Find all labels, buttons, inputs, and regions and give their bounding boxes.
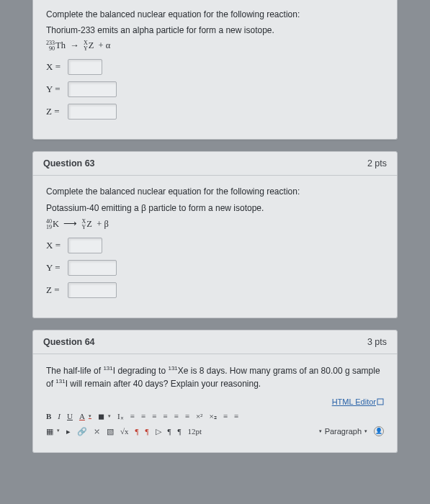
align-left-button[interactable]: ≡ [130,409,135,424]
q63-prompt-2: Potassium-40 emitting a β particle to fo… [46,202,384,214]
paragraph-select[interactable]: ▾ Paragraph ▾ [319,424,367,439]
subscript-button[interactable]: ×₂ [209,409,216,424]
pilcrow2-button[interactable]: ¶ [178,424,182,439]
question-63-header: Question 63 2 pts [32,151,398,176]
q63-prompt-1: Complete the balanced nuclear equation f… [46,186,384,197]
table-button[interactable]: ▦ [46,424,60,439]
q62-z-input[interactable] [68,104,117,120]
rtl-button[interactable]: ¶ [145,424,149,439]
bullet-list-button[interactable]: ≡ [223,409,228,424]
rich-text-toolbar: B I U A ◼ Iₓ ≡ ≡ ≡ ≡ ≡ ≡ ×² ×₂ ≡ ≡ ▦ ▸ 🔗 [46,409,384,439]
q62-x-input[interactable] [68,59,102,75]
question-62-card: Complete the balanced nuclear equation f… [32,0,398,140]
q62-x-label: X = [46,61,63,73]
image-button[interactable]: ▧ [107,424,114,439]
equation-button[interactable]: √x [120,424,129,439]
underline-button[interactable]: U [67,409,73,424]
link-button[interactable]: 🔗 [77,424,87,439]
question-63-points: 2 pts [367,158,387,168]
q63-y-input[interactable] [68,260,117,276]
html-editor-link[interactable]: HTML Editor [46,397,384,406]
pilcrow1-button[interactable]: ¶ [168,424,171,439]
media-button[interactable]: ▸ [66,424,71,439]
q63-y-label: Y = [46,262,63,274]
q63-x-input[interactable] [68,238,102,253]
q62-y-label: Y = [46,84,63,95]
question-62-body: Complete the balanced nuclear equation f… [33,0,397,139]
question-64-points: 3 pts [367,337,387,347]
q64-prompt: The half-life of 131I degrading to 131Xe… [46,364,384,390]
q62-prompt-1: Complete the balanced nuclear equation f… [46,9,384,20]
align-right-button[interactable]: ≡ [152,409,156,424]
q62-equation: 23390Th → XYZ + α [46,40,384,52]
q62-y-input[interactable] [68,81,117,97]
q63-x-label: X = [46,240,63,251]
text-color-button[interactable]: A [79,409,91,424]
font-size-select[interactable]: 12pt [187,424,202,439]
q63-equation: 4019K ⟶ XYZ + β [46,218,384,230]
keyboard-icon[interactable]: 👤 [374,426,384,436]
clear-format-button[interactable]: Iₓ [117,409,124,424]
ltr-button[interactable]: ¶ [135,424,139,439]
svg-rect-0 [377,399,383,405]
question-64-title: Question 64 [43,337,95,347]
outdent-button[interactable]: ≡ [185,409,189,424]
unlink-button[interactable]: ⤫ [94,424,100,439]
italic-button[interactable]: I [58,409,61,424]
number-list-button[interactable]: ≡ [234,409,238,424]
indent-button[interactable]: ≡ [174,409,178,424]
q62-z-label: Z = [46,106,63,117]
play-button[interactable]: ▷ [156,424,161,439]
q63-z-input[interactable] [68,282,117,298]
align-justify-button[interactable]: ≡ [163,409,167,424]
bg-color-button[interactable]: ◼ [98,409,111,424]
superscript-button[interactable]: ×² [196,409,203,424]
question-63-body: Complete the balanced nuclear equation f… [32,176,398,318]
q62-prompt-2: Thorium-233 emits an alpha particle for … [46,24,384,36]
bold-button[interactable]: B [46,409,51,424]
question-64-header: Question 64 3 pts [32,330,398,354]
q63-z-label: Z = [46,284,63,296]
question-64-body: The half-life of 131I degrading to 131Xe… [32,354,398,453]
question-63-title: Question 63 [43,158,95,168]
align-center-button[interactable]: ≡ [141,409,145,424]
